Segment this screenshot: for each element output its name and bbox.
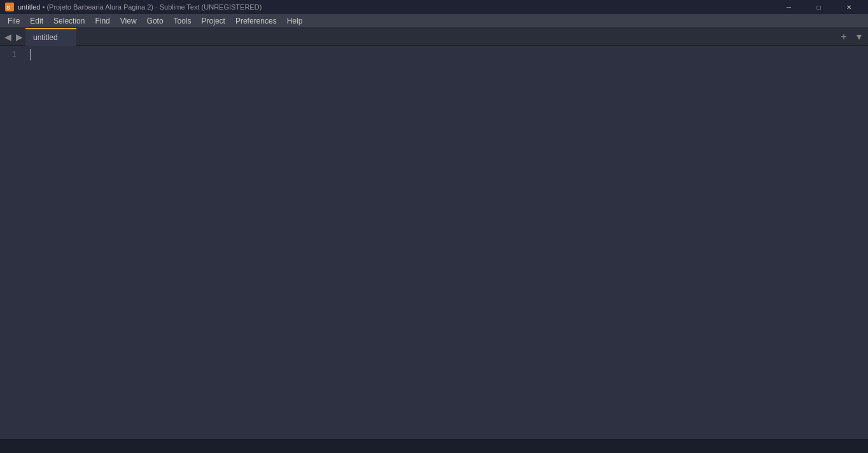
close-button[interactable]: ✕ xyxy=(834,0,863,14)
editor-content[interactable] xyxy=(28,46,868,439)
menu-item-selection[interactable]: Selection xyxy=(48,14,90,28)
tab-bar-left: ◀ ▶ untitled xyxy=(3,28,76,46)
editor-cursor-line xyxy=(31,48,868,61)
add-tab-button[interactable]: + xyxy=(837,31,850,43)
menu-item-tools[interactable]: Tools xyxy=(169,14,197,28)
title-bar: S untitled • (Projeto Barbearia Alura Pa… xyxy=(0,0,868,14)
menu-item-preferences[interactable]: Preferences xyxy=(230,14,282,28)
maximize-button[interactable]: □ xyxy=(804,0,833,14)
line-number-1: 1 xyxy=(0,48,22,61)
svg-text:S: S xyxy=(6,4,10,11)
tab-nav-right-button[interactable]: ▶ xyxy=(14,30,24,44)
editor-area[interactable]: 1 xyxy=(0,46,868,439)
window-title: untitled • (Projeto Barbearia Alura Pagi… xyxy=(18,3,262,11)
text-cursor xyxy=(31,49,31,60)
menu-item-project[interactable]: Project xyxy=(197,14,230,28)
app-icon: S xyxy=(5,3,14,11)
menu-item-view[interactable]: View xyxy=(115,14,142,28)
tab-bar-right: + ▾ xyxy=(837,31,865,43)
menu-item-find[interactable]: Find xyxy=(90,14,115,28)
title-bar-left: S untitled • (Projeto Barbearia Alura Pa… xyxy=(5,3,262,11)
window-controls: ─ □ ✕ xyxy=(774,0,863,14)
menu-item-file[interactable]: File xyxy=(3,14,25,28)
tab-untitled[interactable]: untitled xyxy=(25,28,76,46)
minimize-button[interactable]: ─ xyxy=(774,0,803,14)
menu-bar: File Edit Selection Find View Goto Tools… xyxy=(0,14,868,28)
menu-item-goto[interactable]: Goto xyxy=(142,14,169,28)
tab-bar: ◀ ▶ untitled + ▾ xyxy=(0,28,868,46)
menu-item-edit[interactable]: Edit xyxy=(25,14,48,28)
tab-label: untitled xyxy=(33,33,58,42)
status-bar xyxy=(0,439,868,453)
menu-item-help[interactable]: Help xyxy=(282,14,308,28)
tab-dropdown-button[interactable]: ▾ xyxy=(853,31,865,43)
tab-nav-left-button[interactable]: ◀ xyxy=(3,30,13,44)
line-gutter: 1 xyxy=(0,46,28,439)
